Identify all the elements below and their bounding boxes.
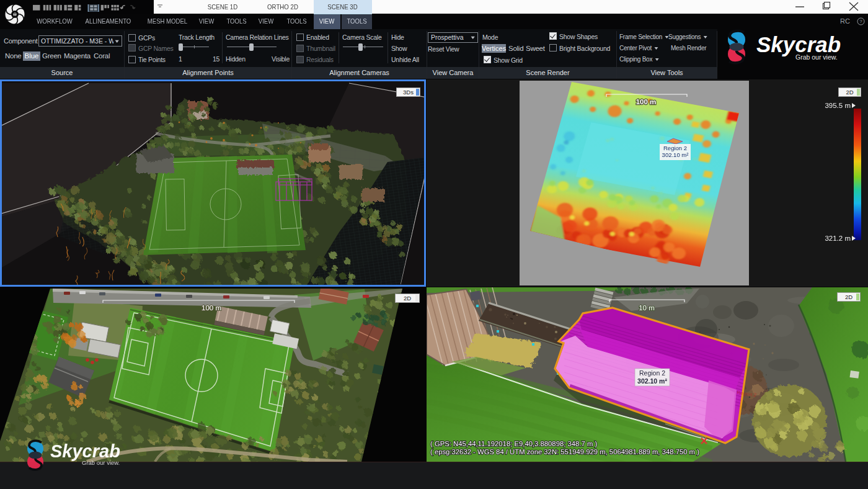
svg-text:Grab our view.: Grab our view.	[795, 53, 838, 61]
svg-text:Region 2: Region 2	[663, 145, 687, 151]
svg-text:100 m: 100 m	[636, 98, 657, 105]
svg-text:Skycrab: Skycrab	[50, 441, 120, 461]
svg-text:395.5 m: 395.5 m	[825, 102, 851, 109]
svg-text:Region 2: Region 2	[639, 369, 665, 377]
svg-text:( epsg:32632 - WGS 84 / UTM zo: ( epsg:32632 - WGS 84 / UTM zone 32N: 55…	[430, 448, 699, 455]
svg-text:( GPS: N45,44,11.192018; E9,40: ( GPS: N45,44,11.192018; E9,40,3.880898;…	[430, 440, 597, 447]
svg-text:?: ?	[859, 19, 862, 24]
svg-text:Grab our view.: Grab our view.	[82, 459, 120, 466]
svg-text:321.2 m: 321.2 m	[825, 235, 851, 242]
svg-text:302.10 m²: 302.10 m²	[637, 377, 667, 385]
svg-text:100 m: 100 m	[202, 304, 221, 312]
svg-text:302.10 m²: 302.10 m²	[662, 151, 689, 158]
svg-text:10 m: 10 m	[639, 304, 655, 312]
